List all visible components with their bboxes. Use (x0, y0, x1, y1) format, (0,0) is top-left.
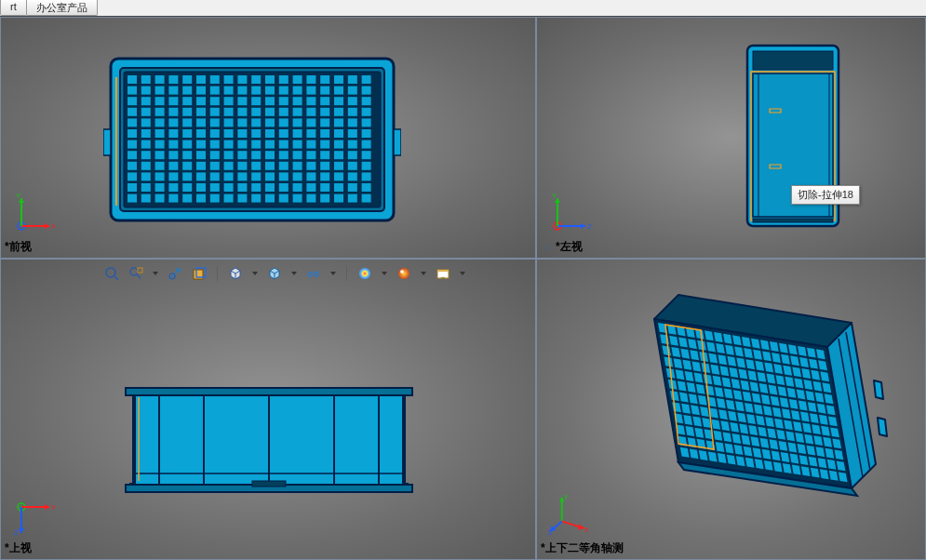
hide-show-icon[interactable]: σσ (305, 265, 322, 282)
svg-rect-28 (182, 87, 192, 95)
svg-rect-50 (237, 97, 247, 105)
dropdown-icon[interactable] (251, 266, 259, 281)
svg-text:Y: Y (552, 193, 557, 200)
svg-rect-181 (306, 172, 315, 180)
svg-rect-208 (182, 194, 192, 203)
svg-rect-138 (210, 151, 220, 159)
svg-rect-100 (182, 129, 192, 138)
svg-rect-197 (279, 183, 289, 192)
dropdown-icon[interactable] (152, 266, 159, 281)
section-icon[interactable] (191, 265, 208, 282)
zoom-fit-icon[interactable] (103, 265, 120, 282)
svg-rect-7 (141, 75, 151, 84)
svg-rect-10 (182, 75, 192, 84)
svg-rect-213 (251, 194, 261, 203)
viewport-front[interactable]: X Y *前视 (0, 17, 536, 259)
svg-marker-241 (581, 223, 585, 229)
svg-rect-59 (362, 97, 371, 105)
svg-rect-56 (320, 97, 329, 105)
svg-rect-137 (196, 151, 206, 159)
view-settings-icon[interactable] (435, 265, 451, 282)
dropdown-icon[interactable] (290, 266, 298, 281)
tab-office-products[interactable]: 办公室产品 (26, 0, 98, 16)
apply-scene-icon[interactable] (396, 265, 412, 282)
svg-rect-44 (155, 97, 165, 105)
svg-rect-2 (103, 129, 111, 155)
svg-text:X: X (51, 503, 55, 512)
svg-text:Z: Z (14, 528, 19, 537)
svg-rect-134 (155, 151, 165, 159)
svg-rect-40 (348, 87, 357, 95)
svg-rect-202 (348, 183, 357, 192)
svg-rect-111 (334, 129, 343, 138)
svg-rect-210 (210, 194, 220, 203)
svg-rect-34 (265, 87, 275, 95)
svg-rect-15 (251, 75, 261, 84)
svg-rect-55 (306, 97, 315, 105)
svg-marker-226 (45, 223, 49, 229)
dropdown-icon[interactable] (329, 266, 337, 281)
svg-rect-96 (127, 129, 137, 138)
svg-marker-260 (382, 272, 387, 275)
svg-rect-170 (155, 172, 165, 180)
svg-rect-158 (237, 162, 247, 170)
tab-rt[interactable]: rt (0, 0, 27, 16)
svg-rect-140 (237, 151, 247, 159)
svg-rect-147 (334, 151, 343, 159)
svg-rect-135 (168, 151, 178, 159)
svg-rect-30 (210, 87, 220, 95)
svg-rect-72 (293, 108, 302, 116)
svg-rect-146 (320, 151, 329, 159)
svg-rect-45 (168, 97, 178, 105)
svg-text:X: X (584, 526, 589, 534)
svg-rect-209 (196, 194, 206, 203)
svg-rect-81 (168, 118, 178, 127)
svg-marker-290 (874, 380, 883, 399)
display-style-icon[interactable] (266, 265, 283, 282)
svg-rect-143 (279, 151, 289, 159)
model-front (103, 46, 401, 232)
svg-rect-193 (224, 183, 234, 192)
edit-appearance-icon[interactable] (356, 265, 373, 282)
svg-rect-92 (320, 118, 329, 127)
svg-rect-188 (155, 183, 165, 192)
svg-rect-39 (334, 87, 343, 95)
svg-rect-217 (306, 194, 315, 203)
svg-rect-110 (320, 129, 329, 138)
svg-rect-18 (293, 75, 302, 84)
view-triad-front: X Y (12, 193, 55, 235)
svg-rect-178 (265, 172, 275, 180)
svg-rect-165 (334, 162, 343, 170)
svg-rect-185 (362, 172, 371, 180)
dropdown-icon[interactable] (381, 266, 388, 281)
svg-rect-93 (334, 118, 343, 127)
viewport-isometric[interactable]: Y X Z *上下二等角轴测 (536, 259, 926, 560)
svg-rect-26 (155, 87, 165, 95)
svg-rect-190 (182, 183, 192, 192)
viewport-top[interactable]: σσ (0, 259, 536, 560)
svg-rect-69 (251, 108, 261, 116)
svg-rect-52 (265, 97, 275, 105)
svg-rect-86 (237, 118, 247, 127)
svg-rect-237 (753, 219, 833, 222)
svg-rect-95 (362, 118, 371, 127)
svg-rect-109 (306, 129, 315, 138)
viewport-left[interactable]: Z Y 切除-拉伸18 *左视 (536, 17, 926, 259)
svg-rect-75 (334, 108, 343, 116)
zoom-area-icon[interactable] (127, 265, 144, 282)
zoom-prev-icon[interactable] (167, 265, 183, 282)
svg-rect-186 (127, 183, 137, 192)
svg-rect-89 (279, 118, 289, 127)
svg-text:Z: Z (587, 222, 591, 231)
svg-rect-99 (168, 129, 178, 138)
svg-rect-77 (362, 108, 371, 116)
dropdown-icon[interactable] (459, 266, 466, 281)
svg-marker-280 (45, 504, 49, 510)
svg-line-247 (114, 276, 118, 280)
view-orient-icon[interactable] (227, 265, 244, 282)
svg-rect-108 (293, 129, 302, 138)
svg-rect-106 (265, 129, 275, 138)
svg-rect-126 (293, 140, 302, 149)
svg-rect-43 (141, 97, 151, 105)
dropdown-icon[interactable] (420, 266, 427, 281)
